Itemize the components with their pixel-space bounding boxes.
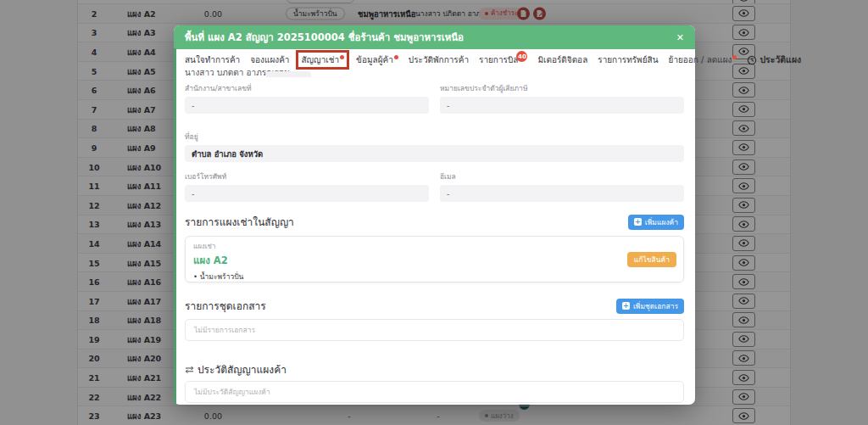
phone-input[interactable]: -: [185, 185, 429, 202]
modal-tab-4[interactable]: ข้อมูลผู้ค้า: [356, 53, 398, 66]
rented-stall-card: แผงเช่า แผง A2 • น้ำมะพร้าวปั่น แก้ไขสิน…: [185, 236, 684, 282]
tab-label: รายการทรัพย์สิน: [598, 55, 658, 64]
modal-tab-2[interactable]: จองแผงค้า: [250, 53, 289, 66]
office-label: สำนักงาน/สาขาเลขที่: [185, 82, 429, 94]
contract-history-empty-box: ไม่มีประวัติสัญญาแผงค้า: [185, 381, 684, 403]
stall-contract-modal: พื้นที่ แผง A2 สัญญา 2025100004 ชื่อร้าน…: [174, 25, 695, 405]
tab-label: มิเตอร์ดิจิตอล: [537, 55, 587, 64]
stall-section-title: รายการแผงเช่าในสัญญา: [185, 214, 294, 230]
modal-tab-5[interactable]: ประวัติพักการค้า: [409, 53, 469, 66]
product-name: น้ำมะพร้าวปั่น: [200, 272, 244, 281]
add-stall-button[interactable]: + เพิ่มแผงค้า: [628, 215, 684, 230]
swap-arrows-icon: [185, 366, 194, 374]
address-label: ที่อยู่: [185, 131, 684, 143]
modal-tabs: สนใจทำการค้าจองแผงค้าสัญญาเช่าข้อมูลผู้ค…: [174, 49, 695, 70]
tab-label: ย้ายออก / ลดแผง: [669, 55, 732, 64]
stall-card-product: • น้ำมะพร้าวปั่น: [193, 271, 676, 282]
tab-label: ข้อมูลผู้ค้า: [356, 55, 393, 64]
bullet-icon: •: [193, 272, 198, 281]
tab-label: ประวัติพักการค้า: [409, 55, 469, 64]
plus-icon: +: [622, 302, 630, 310]
modal-header: พื้นที่ แผง A2 สัญญา 2025100004 ชื่อร้าน…: [174, 25, 695, 49]
office-input[interactable]: -: [185, 97, 429, 114]
document-section-title: รายการชุดเอกสาร: [185, 298, 266, 314]
form-row-contact: เบอร์โทรศัพท์ - อีเมล -: [185, 171, 684, 202]
close-icon[interactable]: ✕: [676, 33, 684, 42]
stall-history-label: ประวัติแผง: [760, 53, 801, 67]
tab-count-badge: 40: [516, 51, 527, 62]
add-document-label: เพิ่มชุดเอกสาร: [633, 300, 678, 312]
document-section-header: รายการชุดเอกสาร + เพิ่มชุดเอกสาร: [185, 298, 684, 314]
modal-tab-3-active[interactable]: สัญญาเช่า: [296, 50, 349, 70]
phone-field: เบอร์โทรศัพท์ -: [185, 171, 429, 202]
phone-label: เบอร์โทรศัพท์: [185, 171, 429, 182]
notification-dot-icon: [732, 55, 737, 59]
email-label: อีเมล: [440, 171, 684, 182]
modal-tab-6[interactable]: รายการบิล40: [479, 53, 527, 67]
stall-card-label: แผงเช่า: [193, 241, 676, 252]
stall-history-button[interactable]: ประวัติแผง: [747, 53, 801, 67]
address-input[interactable]: ตำบล อำเภอ จังหวัด: [185, 145, 684, 162]
contract-history-title: ประวัติสัญญาแผงค้า: [198, 361, 287, 377]
modal-tab-7[interactable]: มิเตอร์ดิจิตอล: [537, 53, 587, 66]
modal-tab-9[interactable]: ย้ายออก / ลดแผง: [669, 53, 737, 66]
stall-section-header: รายการแผงเช่าในสัญญา + เพิ่มแผงค้า: [185, 214, 684, 230]
email-input[interactable]: -: [440, 185, 684, 202]
contract-history-header: ประวัติสัญญาแผงค้า: [185, 361, 684, 377]
modal-tab-8[interactable]: รายการทรัพย์สิน: [598, 53, 658, 66]
tab-label: รายการบิล: [479, 55, 518, 64]
clipped-field-row: นางสาว ปภิตตา อาภรณ์รัตน์: [185, 70, 684, 77]
taxid-label: หมายเลขประจำตัวผู้เสียภาษี: [440, 82, 684, 94]
history-clock-icon: [747, 55, 757, 65]
edit-product-button[interactable]: แก้ไขสินค้า: [627, 252, 676, 267]
modal-tab-1[interactable]: สนใจทำการค้า: [185, 53, 240, 66]
clipped-input: [266, 71, 311, 77]
notification-dot-icon: [394, 55, 398, 59]
stall-card-name: แผง A2: [193, 253, 676, 268]
tab-label: จองแผงค้า: [250, 55, 289, 64]
notification-dot-icon: [340, 55, 344, 59]
office-field: สำนักงาน/สาขาเลขที่ -: [185, 82, 429, 114]
address-field: ที่อยู่ ตำบล อำเภอ จังหวัด: [185, 131, 684, 162]
plus-icon: +: [634, 218, 642, 226]
tab-label: สัญญาเช่า: [301, 55, 339, 64]
add-document-button[interactable]: + เพิ่มชุดเอกสาร: [616, 299, 684, 314]
taxid-input[interactable]: -: [440, 97, 684, 114]
email-field: อีเมล -: [440, 171, 684, 202]
modal-title: พื้นที่ แผง A2 สัญญา 2025100004 ชื่อร้าน…: [185, 30, 464, 45]
form-row-office: สำนักงาน/สาขาเลขที่ - หมายเลขประจำตัวผู้…: [185, 82, 684, 114]
add-stall-label: เพิ่มแผงค้า: [645, 216, 678, 228]
document-empty-box: ไม่มีรายการเอกสาร: [185, 319, 684, 341]
taxid-field: หมายเลขประจำตัวผู้เสียภาษี -: [440, 82, 684, 114]
tab-label: สนใจทำการค้า: [185, 55, 240, 64]
modal-body: นางสาว ปภิตตา อาภรณ์รัตน์ สำนักงาน/สาขาเ…: [176, 70, 695, 405]
